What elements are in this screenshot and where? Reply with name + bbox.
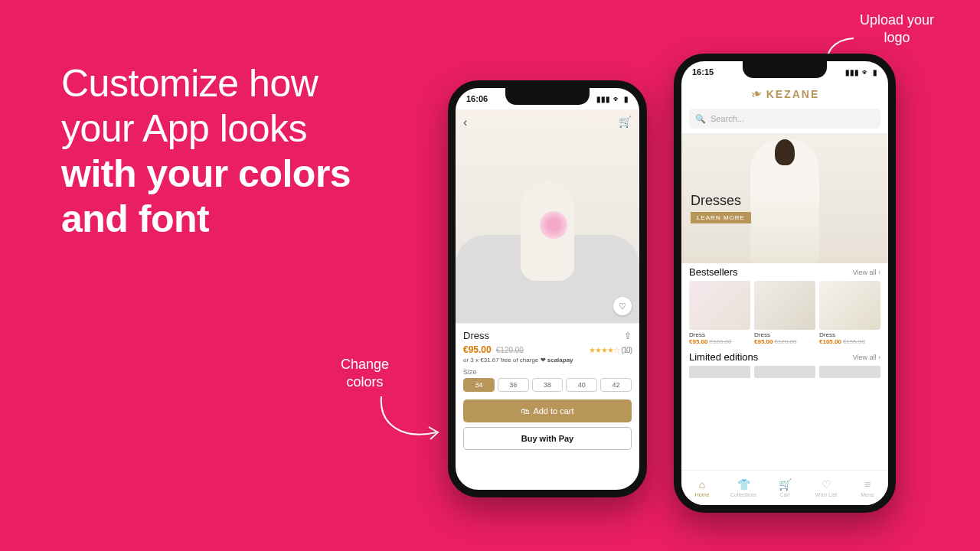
headline-line-1: Customize how [61, 62, 318, 105]
battery-icon: ▮ [873, 68, 877, 77]
rating-count: (10) [621, 346, 632, 354]
card-name: Dress [819, 331, 880, 338]
wifi-icon: ᯤ [613, 95, 621, 103]
product-card[interactable]: Dress €105.00€155.00 [819, 281, 880, 345]
tab-cart[interactable]: 🛒 Cart [764, 471, 805, 505]
bestsellers-view-all[interactable]: View all › [853, 269, 880, 276]
cart-icon[interactable]: 🛒 [619, 116, 632, 128]
product-thumb [754, 281, 815, 330]
share-icon[interactable]: ⇪ [624, 331, 632, 341]
limited-thumb[interactable] [754, 366, 815, 378]
heart-icon: ♡ [619, 302, 626, 311]
rating-stars: ★★★★☆(10) [589, 346, 632, 354]
phone-notch [505, 88, 590, 105]
limited-title: Limited editions [689, 351, 758, 363]
card-price: €95.00€120.00 [689, 338, 750, 345]
brand-leaf-icon: ❧ [747, 84, 764, 104]
wifi-icon: ᯤ [862, 68, 870, 77]
size-option-36[interactable]: 36 [498, 378, 529, 392]
bag-icon: 🛍 [521, 406, 529, 416]
product-card[interactable]: Dress €95.00€120.00 [754, 281, 815, 345]
cart-icon: 🛒 [779, 478, 792, 491]
limited-thumb-row [689, 366, 880, 378]
signal-icon: ▮▮▮ [845, 68, 859, 77]
tab-home[interactable]: ⌂ Home [681, 471, 723, 505]
tab-label: Wish List [815, 492, 837, 497]
hero-learn-more-button[interactable]: LEARN MORE [691, 212, 751, 223]
search-placeholder: Search... [710, 114, 744, 123]
tab-wishlist[interactable]: ♡ Wish List [805, 471, 847, 505]
status-time: 16:15 [692, 67, 714, 77]
tab-label: Menu [861, 492, 874, 497]
limited-thumb[interactable] [819, 366, 880, 378]
annotation-change-colors: Changecolors [341, 356, 389, 392]
size-option-42[interactable]: 42 [600, 378, 632, 392]
bestsellers-section: Bestsellers View all › Dress €95.00€120.… [681, 263, 888, 345]
hero-model-hair [775, 139, 795, 165]
add-to-cart-button[interactable]: 🛍 Add to cart [463, 399, 632, 422]
hero-title: Dresses [691, 193, 751, 209]
size-option-38[interactable]: 38 [532, 378, 564, 392]
marketing-headline: Customize how your App looks with your c… [61, 61, 351, 242]
size-option-34[interactable]: 34 [463, 378, 495, 392]
financing-text: or 3 x €31.67 free of charge ❤ scalapay [463, 357, 632, 364]
headline-line-3: with your colors [61, 152, 351, 195]
status-indicators: ▮▮▮ ᯤ ▮ [845, 68, 877, 77]
tab-label: Collections [730, 492, 756, 497]
status-indicators: ▮▮▮ ᯤ ▮ [596, 95, 629, 103]
phone-mock-home: 16:15 ▮▮▮ ᯤ ▮ ❧ KEZANE 🔍 Search... Dress… [674, 54, 896, 513]
brand-name: KEZANE [766, 88, 820, 100]
headline-line-4: and font [61, 197, 209, 240]
heart-icon: ♡ [822, 478, 831, 491]
menu-icon: ≡ [864, 478, 871, 491]
status-time: 16:06 [466, 94, 488, 103]
hero-banner[interactable]: Dresses LEARN MORE [681, 133, 888, 263]
tab-label: Cart [779, 492, 789, 497]
signal-icon: ▮▮▮ [596, 95, 610, 103]
brand-header: ❧ KEZANE [681, 83, 888, 106]
product-thumb [819, 281, 880, 330]
size-option-40[interactable]: 40 [566, 378, 597, 392]
size-label: Size [463, 368, 632, 376]
buy-with-apple-pay-button[interactable]: Buy with Pay [463, 427, 632, 450]
phone-notch [743, 61, 827, 78]
limited-editions-section: Limited editions View all › [681, 348, 888, 378]
headline-line-2: your App looks [61, 107, 307, 150]
card-name: Dress [689, 331, 750, 338]
shirt-icon: 👕 [737, 478, 750, 491]
card-name: Dress [754, 331, 815, 338]
product-card[interactable]: Dress €95.00€120.00 [689, 281, 750, 345]
tab-label: Home [695, 492, 710, 497]
card-price: €105.00€155.00 [819, 338, 880, 345]
battery-icon: ▮ [624, 95, 629, 103]
tab-menu[interactable]: ≡ Menu [847, 471, 888, 505]
product-hero-image: ‹ 🛒 ♡ [456, 109, 639, 324]
bestsellers-title: Bestsellers [689, 266, 738, 278]
favorite-button[interactable]: ♡ [613, 297, 632, 315]
arrow-to-colors-icon [375, 390, 452, 452]
limited-thumb[interactable] [689, 366, 750, 378]
back-icon[interactable]: ‹ [463, 116, 467, 129]
product-title: Dress [463, 330, 489, 341]
product-old-price: €120.00 [496, 346, 524, 354]
size-selector: 34 36 38 40 42 [463, 378, 632, 392]
home-icon: ⌂ [699, 478, 705, 491]
product-thumb [689, 281, 750, 330]
bottom-tab-bar: ⌂ Home 👕 Collections 🛒 Cart ♡ Wish List … [681, 470, 888, 505]
product-price: €95.00 [463, 344, 492, 355]
tab-collections[interactable]: 👕 Collections [723, 471, 764, 505]
annotation-upload-logo: Upload yourlogo [860, 11, 934, 47]
search-input[interactable]: 🔍 Search... [689, 109, 880, 129]
search-icon: 🔍 [695, 114, 706, 124]
price-block: €95.00 €120.00 [463, 344, 524, 355]
limited-view-all[interactable]: View all › [853, 354, 880, 361]
phone-mock-product: 16:06 ▮▮▮ ᯤ ▮ ‹ 🛒 ♡ Dress ⇪ €95.00 €120.… [448, 80, 647, 497]
card-price: €95.00€120.00 [754, 338, 815, 345]
